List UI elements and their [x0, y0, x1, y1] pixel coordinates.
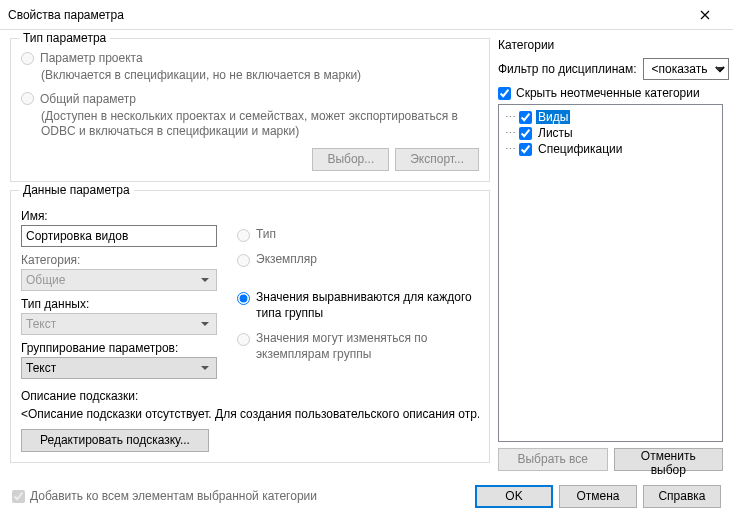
instance-radio[interactable] [237, 254, 250, 267]
window-title: Свойства параметра [8, 8, 685, 22]
name-input[interactable] [21, 225, 217, 247]
cancel-button[interactable]: Отмена [559, 485, 637, 508]
tree-branch-icon: ⋯ [501, 143, 519, 156]
add-to-all-label: Добавить ко всем элементам выбранной кат… [30, 489, 317, 503]
tree-item[interactable]: ⋯ Спецификации [501, 141, 720, 157]
tree-item[interactable]: ⋯ Виды [501, 109, 720, 125]
tree-item[interactable]: ⋯ Листы [501, 125, 720, 141]
close-icon [700, 10, 710, 20]
deselect-all-button[interactable]: Отменить выбор [614, 448, 724, 471]
grouping-label: Группирование параметров: [21, 341, 221, 355]
vary-radio[interactable] [237, 333, 250, 346]
tree-label[interactable]: Виды [536, 110, 570, 124]
datatype-select[interactable]: Текст [21, 313, 217, 335]
categories-tree[interactable]: ⋯ Виды ⋯ Листы ⋯ Спецификации [498, 104, 723, 442]
ok-button[interactable]: OK [475, 485, 553, 508]
datatype-label: Тип данных: [21, 297, 221, 311]
project-param-radio[interactable] [21, 52, 34, 65]
tree-label[interactable]: Спецификации [536, 142, 624, 156]
category-label: Категория: [21, 253, 221, 267]
hide-unchecked-label: Скрыть неотмеченные категории [516, 86, 700, 100]
param-type-group: Тип параметра Параметр проекта (Включает… [10, 38, 490, 182]
tree-checkbox[interactable] [519, 127, 532, 140]
project-param-label: Параметр проекта [40, 51, 143, 65]
name-label: Имя: [21, 209, 221, 223]
tree-checkbox[interactable] [519, 111, 532, 124]
align-radio[interactable] [237, 292, 250, 305]
tree-checkbox[interactable] [519, 143, 532, 156]
vary-radio-label: Значения могут изменяться по экземплярам… [256, 331, 479, 362]
help-button[interactable]: Справка [643, 485, 721, 508]
tooltip-label: Описание подсказки: [21, 389, 479, 403]
project-param-hint: (Включается в спецификации, но не включа… [41, 68, 479, 84]
edit-tooltip-button[interactable]: Редактировать подсказку... [21, 429, 209, 452]
filter-label: Фильтр по дисциплинам: [498, 62, 637, 76]
grouping-select[interactable]: Текст [21, 357, 217, 379]
tree-branch-icon: ⋯ [501, 111, 519, 124]
param-type-legend: Тип параметра [19, 31, 110, 45]
type-radio-label: Тип [256, 227, 276, 243]
type-radio[interactable] [237, 229, 250, 242]
shared-param-radio[interactable] [21, 92, 34, 105]
tree-branch-icon: ⋯ [501, 127, 519, 140]
category-select[interactable]: Общие [21, 269, 217, 291]
add-to-all-checkbox[interactable] [12, 490, 25, 503]
export-button[interactable]: Экспорт... [395, 148, 479, 171]
shared-param-label: Общий параметр [40, 92, 136, 106]
align-radio-label: Значения выравниваются для каждого типа … [256, 290, 479, 321]
titlebar: Свойства параметра [0, 0, 733, 30]
tooltip-preview: <Описание подсказки отсутствует. Для соз… [21, 407, 479, 421]
param-data-legend: Данные параметра [19, 183, 134, 197]
instance-radio-label: Экземпляр [256, 252, 317, 268]
select-button[interactable]: Выбор... [312, 148, 389, 171]
hide-unchecked-checkbox[interactable] [498, 87, 511, 100]
close-button[interactable] [685, 1, 725, 29]
discipline-filter-select[interactable]: <показать [643, 58, 729, 80]
select-all-button[interactable]: Выбрать все [498, 448, 608, 471]
param-data-group: Данные параметра Имя: Категория: Общие Т… [10, 190, 490, 463]
shared-param-hint: (Доступен в нескольких проектах и семейс… [41, 109, 479, 140]
tree-label[interactable]: Листы [536, 126, 575, 140]
categories-legend: Категории [498, 38, 723, 52]
